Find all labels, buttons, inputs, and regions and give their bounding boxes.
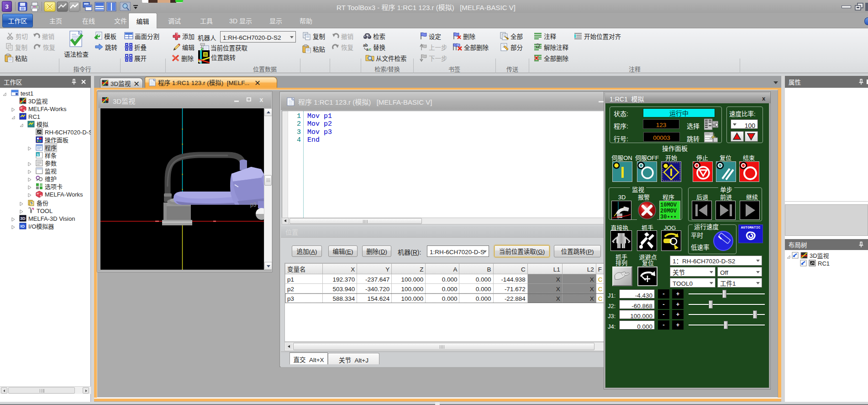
svg-text:w: w	[40, 194, 42, 197]
svg-text:IO: IO	[21, 223, 25, 229]
svg-text:30•••: 30•••	[660, 214, 677, 220]
svg-text:w: w	[23, 108, 26, 112]
svg-text:p3: p3	[250, 200, 257, 208]
svg-text:c: c	[369, 46, 371, 51]
svg-text:m: m	[21, 106, 23, 109]
svg-text:10MOV: 10MOV	[660, 202, 677, 208]
svg-text:20MOV: 20MOV	[660, 208, 677, 214]
svg-text:S: S	[37, 152, 39, 157]
svg-text:m: m	[37, 191, 39, 194]
svg-text:3D: 3D	[20, 215, 26, 221]
